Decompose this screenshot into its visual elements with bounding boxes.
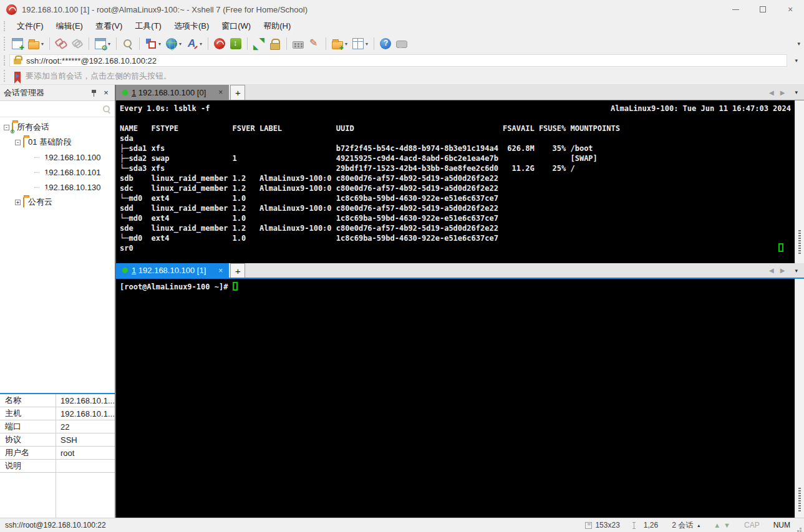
scrollbar-thumb[interactable] [798, 230, 801, 254]
bottom-terminal[interactable]: [root@AlmaLinux9-100 ~]# [116, 279, 804, 518]
tree-item-192.168.10.100[interactable]: 192.168.10.100 [0, 150, 115, 165]
tab-scroll-right-icon[interactable]: ▶ [780, 267, 785, 274]
open-session-button[interactable]: ▾ [26, 37, 46, 51]
session-properties-button[interactable]: ▾ [92, 36, 113, 51]
new-session-folder-caret-icon[interactable]: ▾ [345, 41, 347, 47]
new-tab-button[interactable]: + [230, 85, 245, 100]
feedback-button[interactable] [394, 37, 410, 50]
session-tree: -所有会话-01 基础阶段192.168.10.100192.168.10.10… [0, 117, 115, 393]
find-button[interactable] [120, 36, 136, 51]
tab-session-1[interactable]: 1 192.168.10.100 [1] × [116, 263, 229, 278]
tab-scroll-left-icon[interactable]: ◀ [769, 89, 774, 96]
tree-item-192.168.10.101[interactable]: 192.168.10.101 [0, 165, 115, 180]
property-value[interactable]: SSH [56, 435, 115, 445]
session-search-input[interactable] [4, 105, 102, 114]
virtual-keyboard-button[interactable] [290, 37, 306, 51]
reconnect-button[interactable] [69, 36, 85, 51]
tree-icon-wrap [23, 138, 24, 147]
property-value[interactable]: 192.168.10.1... [56, 409, 115, 418]
folder-icon [23, 197, 24, 208]
address-history-caret-icon[interactable]: ▾ [791, 57, 802, 64]
add-session-flag-icon[interactable] [14, 72, 21, 80]
session-properties-caret-icon[interactable]: ▾ [108, 41, 110, 47]
close-button[interactable]: × [777, 0, 804, 19]
encoding-globe-caret-icon[interactable]: ▾ [179, 41, 182, 47]
address-value: ssh://root:******@192.168.10.100:22 [26, 56, 157, 65]
toolbar-overflow-caret-icon[interactable]: ▾ [797, 41, 800, 47]
panel-close-icon[interactable]: × [101, 88, 111, 97]
property-row-名称: 名称192.168.10.1... [0, 394, 115, 407]
tree-item-01 基础阶段[interactable]: -01 基础阶段 [0, 135, 115, 150]
prev-session-arrow-icon[interactable]: ▲ [714, 521, 720, 529]
xshell-app-button[interactable] [211, 36, 228, 51]
top-terminal[interactable]: Every 1.0s: lsblk -f AlmaLinux9-100: Tue… [116, 100, 804, 263]
tree-icon-wrap [23, 198, 24, 207]
tab-scroll-right-icon[interactable]: ▶ [780, 89, 785, 96]
help-button[interactable] [377, 36, 394, 51]
cursor-position-value: 1,26 [644, 521, 658, 530]
new-tab-button[interactable]: + [230, 263, 245, 278]
minimize-button[interactable] [722, 0, 749, 19]
top-terminal-scrollbar[interactable] [795, 100, 804, 263]
menu-item-1[interactable]: 编辑(E) [50, 19, 89, 32]
tree-item-所有会话[interactable]: -所有会话 [0, 120, 115, 135]
collapse-icon[interactable]: - [15, 140, 21, 145]
maximize-button[interactable] [749, 0, 777, 19]
search-icon[interactable] [102, 105, 111, 114]
next-session-arrow-icon[interactable]: ▼ [724, 521, 730, 529]
reconnect-icon [72, 38, 83, 49]
all-sessions-folder-icon [12, 122, 13, 133]
session-search-box [0, 101, 115, 117]
shell-prompt: [root@AlmaLinux9-100 ~]# [120, 283, 228, 291]
font-appearance-button[interactable]: ▾ [184, 36, 205, 51]
toolbar-separator [326, 37, 326, 50]
property-row-用户名: 用户名root [0, 447, 115, 460]
menu-item-3[interactable]: 工具(T) [128, 19, 168, 32]
bottom-terminal-scrollbar[interactable] [795, 279, 804, 518]
property-value[interactable]: 22 [56, 422, 115, 432]
menubar-drag-handle[interactable] [4, 21, 7, 32]
tab-scroll-left-icon[interactable]: ◀ [769, 267, 774, 274]
arrange-tabs-caret-icon[interactable]: ▾ [158, 41, 161, 47]
tree-item-192.168.10.130[interactable]: 192.168.10.130 [0, 180, 115, 195]
num-lock-indicator: NUM [773, 521, 790, 530]
new-session-button[interactable] [9, 36, 26, 51]
menu-item-4[interactable]: 选项卡(B) [168, 19, 215, 32]
collapse-icon[interactable]: - [4, 125, 9, 130]
tile-windows-caret-icon[interactable]: ▾ [366, 41, 368, 47]
arrange-tabs-button[interactable]: ▾ [143, 36, 163, 51]
expand-icon[interactable]: + [15, 200, 21, 205]
menu-item-5[interactable]: 窗口(W) [215, 19, 257, 32]
fullscreen-button[interactable] [251, 36, 267, 51]
menu-item-6[interactable]: 帮助(H) [257, 19, 297, 32]
xftp-app-button[interactable] [228, 36, 244, 51]
tab-list-caret-icon[interactable]: ▾ [795, 268, 798, 274]
noticebar-drag-handle[interactable] [4, 70, 7, 82]
tab-list-caret-icon[interactable]: ▾ [795, 89, 798, 95]
new-session-folder-button[interactable]: ▾ [329, 37, 350, 51]
highlight-pen-button[interactable] [306, 36, 322, 51]
addressbar-drag-handle[interactable] [4, 56, 7, 65]
font-appearance-caret-icon[interactable]: ▾ [200, 41, 202, 47]
property-value[interactable]: root [56, 448, 115, 458]
lock-screen-button[interactable] [267, 36, 283, 51]
tree-item-label: 公有云 [28, 196, 52, 208]
encoding-globe-button[interactable]: ▾ [163, 36, 184, 51]
menu-item-0[interactable]: 文件(F) [11, 19, 50, 32]
scrollbar-thumb[interactable] [798, 488, 801, 513]
tab-session-0[interactable]: 1 192.168.10.100 [0] × [116, 85, 229, 100]
tile-windows-button[interactable]: ▾ [350, 36, 371, 51]
disconnect-button[interactable] [53, 36, 69, 51]
tab-close-icon[interactable]: × [218, 88, 223, 97]
menu-item-2[interactable]: 查看(V) [89, 19, 128, 32]
address-field[interactable]: ssh://root:******@192.168.10.100:22 [9, 54, 787, 67]
watch-host-datetime: AlmaLinux9-100: Tue Jun 11 16:47:03 2024 [611, 104, 791, 114]
property-value[interactable]: 192.168.10.1... [56, 396, 115, 405]
tab-close-icon[interactable]: × [218, 266, 223, 275]
pin-icon[interactable] [90, 89, 99, 97]
resize-grip[interactable] [800, 528, 802, 530]
open-session-caret-icon[interactable]: ▾ [41, 41, 44, 47]
tree-item-公有云[interactable]: +公有云 [0, 195, 115, 210]
session-count-indicator[interactable]: 2 会话 ▴ [672, 520, 700, 531]
toolbar-drag-handle[interactable] [4, 37, 7, 51]
